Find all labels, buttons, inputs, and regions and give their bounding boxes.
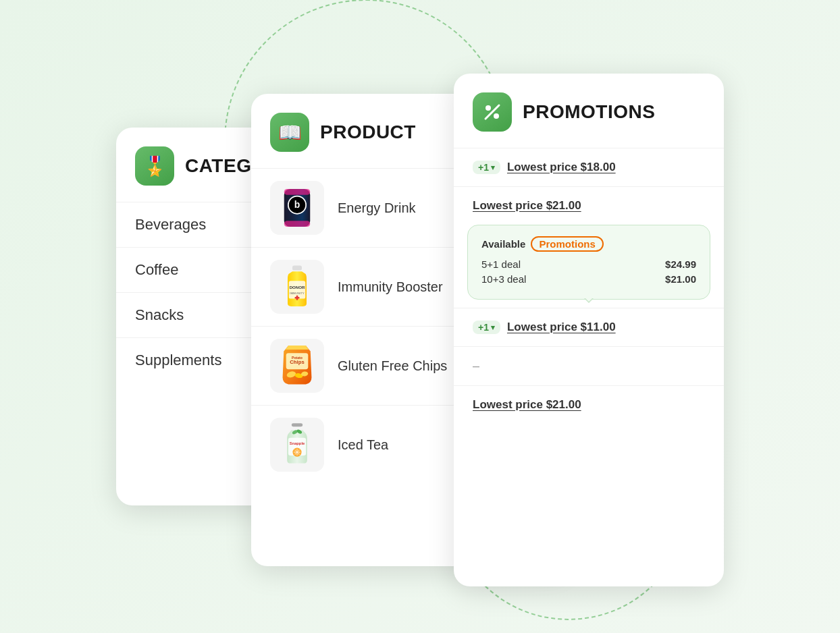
promo-tag: Promotions (531, 236, 603, 252)
product-panel-title: PRODUCT (320, 121, 416, 143)
percent-icon (480, 100, 504, 124)
svg-point-30 (494, 113, 499, 119)
ribbon-icon: 🎖️ (143, 155, 167, 177)
svg-text:b: b (294, 199, 300, 210)
promotions-icon-badge (473, 92, 512, 132)
product-image-energy-drink: b (270, 181, 324, 235)
promo-price-1[interactable]: Lowest price $18.00 (507, 161, 616, 174)
product-name-iced-tea: Iced Tea (338, 437, 388, 453)
promo-price-5[interactable]: Lowest price $21.00 (473, 398, 581, 411)
book-icon: 📖 (278, 121, 302, 144)
product-icon-badge: 📖 (270, 113, 309, 152)
category-icon-badge: 🎖️ (135, 146, 174, 186)
svg-text:DONOR: DONOR (290, 285, 305, 290)
promo-price-2[interactable]: Lowest price $21.00 (473, 199, 581, 212)
promo-deal-row-2: 10+3 deal $21.00 (481, 273, 696, 285)
promo-row-1: +1 ▾ Lowest price $18.00 (454, 148, 724, 186)
scene: 🎖️ CATEG Beverages Coffee Snacks Supplem… (116, 53, 724, 580)
svg-rect-6 (292, 266, 302, 271)
product-name-chips: Gluten Free Chips (338, 358, 447, 374)
svg-rect-5 (284, 221, 311, 227)
promotions-panel-title: PROMOTIONS (523, 101, 655, 123)
iced-tea-svg: Snapple (277, 421, 317, 468)
energy-drink-svg: b (277, 184, 317, 231)
promo-badge-2[interactable]: +1 ▾ (473, 321, 500, 334)
chevron-icon-1: ▾ (491, 163, 495, 172)
promo-price-3[interactable]: Lowest price $11.00 (507, 321, 616, 334)
promotions-panel: PROMOTIONS +1 ▾ Lowest price $18.00 Lowe… (454, 74, 724, 586)
svg-rect-18 (292, 423, 303, 426)
svg-rect-11 (296, 296, 298, 300)
svg-text:Snapple: Snapple (290, 441, 305, 445)
promo-row-3: +1 ▾ Lowest price $11.00 (454, 308, 724, 346)
promo-tooltip: Available Promotions 5+1 deal $24.99 10+… (467, 225, 710, 300)
promo-dash-separator: – (454, 346, 724, 385)
promo-tooltip-header: Available Promotions (481, 236, 696, 252)
product-image-chips: Potato Chips (270, 339, 324, 393)
promo-row-2: Lowest price $21.00 (454, 186, 724, 225)
category-panel-title: CATEG (185, 155, 251, 177)
promo-row-5: Lowest price $21.00 (454, 385, 724, 424)
immunity-booster-svg: DONOR IMMUNITY (277, 263, 317, 310)
promotions-panel-header: PROMOTIONS (454, 92, 724, 148)
svg-text:IMMUNITY: IMMUNITY (290, 292, 305, 295)
promo-deal-row-1: 5+1 deal $24.99 (481, 258, 696, 270)
chevron-icon-2: ▾ (491, 323, 495, 332)
svg-point-29 (485, 105, 491, 111)
product-name-energy-drink: Energy Drink (338, 200, 416, 216)
svg-text:Chips: Chips (290, 359, 304, 365)
product-name-immunity-booster: Immunity Booster (338, 279, 443, 295)
svg-rect-4 (284, 189, 311, 195)
product-image-iced-tea: Snapple (270, 418, 324, 472)
product-image-immunity-booster: DONOR IMMUNITY (270, 260, 324, 314)
promo-badge-1[interactable]: +1 ▾ (473, 161, 500, 174)
chips-svg: Potato Chips (277, 342, 317, 389)
